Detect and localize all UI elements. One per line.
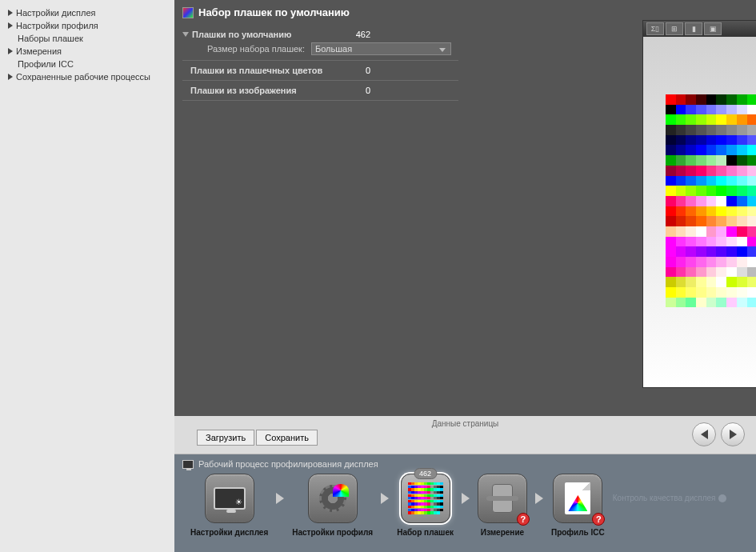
alert-icon: ? [592, 513, 605, 526]
workflow-title: Рабочий процесс профилирования дисплея [174, 454, 756, 474]
toolbar-grid-button[interactable]: ⊞ [666, 22, 683, 35]
chevron-down-icon [182, 32, 189, 37]
patches-icon [408, 482, 443, 514]
patch-count-badge: 462 [414, 468, 437, 479]
sidebar: Настройки дисплея Настройки профиля Набо… [0, 0, 174, 552]
toolbar-sigma-button[interactable]: Σ▯ [646, 22, 664, 35]
gamut-icon [568, 495, 587, 511]
chevron-right-icon [462, 493, 470, 504]
workflow-footer: Рабочий процесс профилирования дисплея ☀… [174, 454, 756, 552]
page-title: Набор плашек по умолчанию [198, 6, 350, 18]
next-button[interactable] [721, 422, 745, 446]
patch-grid [666, 94, 756, 307]
triangle-icon [8, 74, 13, 80]
triangle-icon [8, 22, 13, 29]
triangle-icon [8, 10, 13, 16]
sidebar-item-display-settings[interactable]: Настройки дисплея [0, 6, 174, 19]
rainbow-icon [333, 484, 349, 497]
sidebar-item-patch-sets[interactable]: Наборы плашек [0, 32, 174, 45]
document-icon [565, 482, 590, 514]
arrow-left-icon [701, 430, 708, 439]
chevron-right-icon [535, 493, 543, 504]
default-patches-row[interactable]: Плашки по умолчанию 462 [182, 30, 458, 39]
arrow-right-icon [730, 430, 737, 439]
spot-patches-row: Плашки из плашечных цветов 0 [182, 66, 458, 75]
dot-icon [718, 494, 726, 502]
chevron-right-icon [276, 493, 284, 504]
preview-toolbar: Σ▯ ⊞ ▮ ▣ [643, 21, 756, 37]
save-button[interactable]: Сохранить [256, 430, 318, 446]
set-size-select[interactable]: Большая [311, 42, 451, 55]
toolbar-target-button[interactable]: ▣ [704, 22, 722, 35]
step-patch-set[interactable]: 462 [401, 474, 450, 523]
meter-icon [492, 484, 513, 513]
triangle-icon [8, 48, 13, 54]
patch-set-icon [182, 7, 194, 18]
sidebar-item-profile-settings[interactable]: Настройки профиля [0, 19, 174, 32]
alert-icon: ? [517, 513, 530, 526]
sidebar-item-measurements[interactable]: Измерения [0, 45, 174, 58]
set-size-row: Размер набора плашек: Большая [182, 39, 458, 55]
settings-area: Плашки по умолчанию 462 Размер набора пл… [174, 25, 466, 101]
sidebar-item-saved-workflows[interactable]: Сохраненные рабочие процессы [0, 70, 174, 83]
chevron-right-icon [381, 493, 389, 504]
sidebar-item-icc-profiles[interactable]: Профили ICC [0, 58, 174, 70]
main-panel: Набор плашек по умолчанию Плашки по умол… [174, 0, 756, 416]
step-quality-control-disabled: Контроль качества дисплея [613, 494, 727, 502]
step-icc-profile[interactable]: ? [553, 474, 602, 523]
page-data-label: Данные страницы [174, 416, 756, 428]
step-display-settings[interactable]: ☀ [205, 474, 254, 523]
monitor-icon [182, 460, 194, 469]
back-button[interactable] [692, 422, 716, 446]
brightness-icon: ☀ [235, 498, 242, 506]
load-button[interactable]: Загрузить [197, 430, 254, 446]
patch-preview: Σ▯ ⊞ ▮ ▣ [642, 20, 756, 388]
image-patches-row: Плашки из изображения 0 [182, 86, 458, 95]
page-footer: Данные страницы Загрузить Сохранить Наза… [174, 416, 756, 454]
step-profile-settings[interactable] [308, 474, 358, 523]
monitor-icon: ☀ [214, 487, 246, 510]
gear-icon [319, 485, 346, 512]
toolbar-column-button[interactable]: ▮ [685, 22, 702, 35]
step-measurement[interactable]: ? [478, 474, 527, 523]
